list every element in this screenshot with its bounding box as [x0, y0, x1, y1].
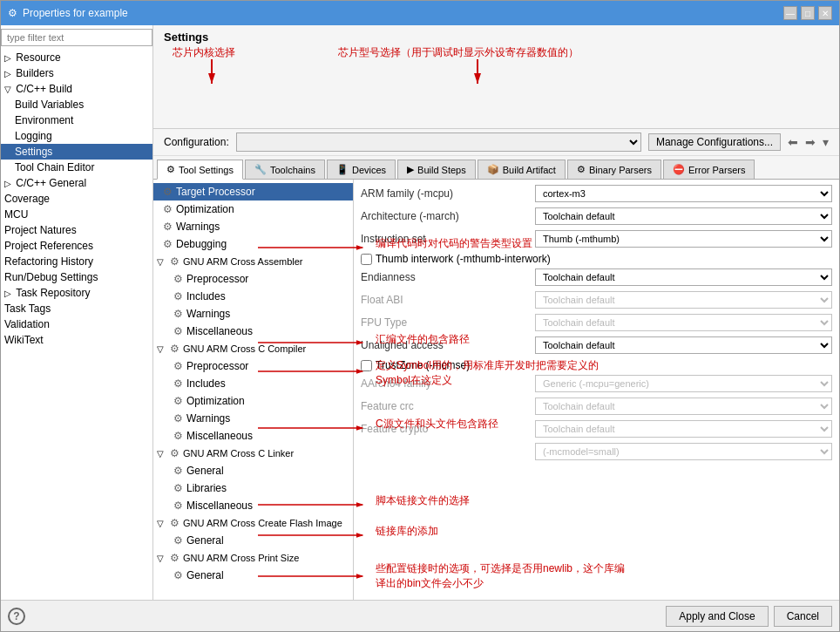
tree-item-includes-c[interactable]: ⚙ Includes [153, 375, 353, 392]
architecture-select[interactable]: Toolchain default [535, 207, 832, 225]
feature-crc-select[interactable]: Toolchain default [535, 398, 832, 415]
arm-family-select[interactable]: cortex-m3 [535, 185, 832, 202]
toolchains-icon: 🔧 [254, 164, 267, 175]
tree-item-miscellaneous-asm[interactable]: ⚙ Miscellaneous [153, 323, 353, 340]
filter-input[interactable] [1, 29, 152, 46]
c-compiler-icon: ⚙ [167, 342, 181, 356]
prop-value-float-abi: Toolchain default [532, 289, 836, 310]
assembler-icon: ⚙ [167, 255, 181, 268]
tree-item-optimization-c[interactable]: ⚙ Optimization [153, 392, 353, 410]
expand-icon: ▷ [4, 53, 13, 63]
sidebar-item-task-repository[interactable]: ▷ Task Repository [1, 285, 152, 301]
tree-item-libraries-linker[interactable]: ⚙ Libraries [153, 479, 353, 497]
tree-item-debugging[interactable]: ⚙ Debugging [153, 235, 353, 253]
help-button[interactable]: ? [8, 608, 25, 625]
sidebar-item-cpp-general[interactable]: ▷ C/C++ General [1, 175, 152, 191]
tree-item-general-linker[interactable]: ⚙ General [153, 462, 353, 479]
thumb-interwork-checkbox[interactable] [361, 254, 372, 265]
sidebar-item-run-debug-settings[interactable]: Run/Debug Settings [1, 269, 152, 285]
tab-tool-settings[interactable]: ⚙ Tool Settings [157, 160, 243, 180]
tree-item-miscellaneous-linker[interactable]: ⚙ Miscellaneous [153, 497, 353, 514]
fpu-type-select[interactable]: Toolchain default [535, 314, 832, 331]
sidebar-item-validation[interactable]: Validation [1, 316, 152, 332]
nav-back-icon[interactable]: ⬅ [788, 135, 798, 149]
sidebar-item-refactoring-history[interactable]: Refactoring History [1, 254, 152, 269]
bottom-right: Apply and Close Cancel [666, 606, 832, 627]
tree-item-gnu-arm-c-compiler[interactable]: ▽ ⚙ GNU ARM Cross C Compiler [153, 340, 353, 357]
preprocessor-c-icon: ⚙ [171, 359, 185, 373]
tree-item-warnings-c[interactable]: ⚙ Warnings [153, 410, 353, 427]
prop-row-aarch64-family: AArch64 family Generic (-mcpu=generic) [357, 373, 836, 394]
tab-error-parsers[interactable]: ⛔ Error Parsers [663, 160, 755, 179]
float-abi-select[interactable]: Toolchain default [535, 291, 832, 309]
apply-close-button[interactable]: Apply and Close [666, 606, 768, 627]
title-bar-controls: — □ ✕ [783, 6, 832, 20]
sidebar-item-settings[interactable]: Settings [1, 144, 152, 160]
c-compiler-expand-icon: ▽ [157, 344, 167, 354]
unaligned-access-select[interactable]: Toolchain default [535, 336, 832, 354]
sidebar-item-project-references[interactable]: Project References [1, 238, 152, 254]
tree-item-gnu-arm-flash[interactable]: ▽ ⚙ GNU ARM Cross Create Flash Image [153, 514, 353, 532]
sidebar-item-build-variables[interactable]: Build Variables [1, 97, 152, 112]
tree-item-warnings-asm[interactable]: ⚙ Warnings [153, 305, 353, 323]
sidebar-item-cpp-build[interactable]: ▽ C/C++ Build [1, 81, 152, 97]
minimize-button[interactable]: — [783, 6, 797, 20]
assembler-expand-icon: ▽ [157, 257, 167, 267]
tree-item-target-processor[interactable]: ⚙ Target Processor [153, 183, 353, 200]
tabs-row: ⚙ Tool Settings 🔧 Toolchains 📱 Devices ▶… [153, 156, 839, 180]
sidebar-item-task-tags[interactable]: Task Tags [1, 301, 152, 316]
sidebar-item-logging[interactable]: Logging [1, 128, 152, 144]
window-icon: ⚙ [8, 7, 17, 19]
tree-item-gnu-arm-assembler[interactable]: ▽ ⚙ GNU ARM Cross Assembler [153, 253, 353, 270]
tree-item-optimization[interactable]: ⚙ Optimization [153, 200, 353, 218]
sidebar-item-mcu[interactable]: MCU [1, 207, 152, 222]
prop-label-arm-family: ARM family (-mcpu) [357, 186, 532, 201]
manage-config-button[interactable]: Manage Configurations... [648, 133, 781, 151]
trustzone-checkbox[interactable] [361, 360, 372, 371]
tab-devices[interactable]: 📱 Devices [327, 160, 396, 179]
tree-item-miscellaneous-c[interactable]: ⚙ Miscellaneous [153, 427, 353, 445]
tab-toolchains[interactable]: 🔧 Toolchains [245, 160, 325, 179]
tree-item-preprocessor-c[interactable]: ⚙ Preprocessor [153, 357, 353, 375]
tab-build-steps[interactable]: ▶ Build Steps [397, 160, 476, 179]
sidebar-item-project-natures[interactable]: Project Natures [1, 222, 152, 238]
maximize-button[interactable]: □ [801, 6, 815, 20]
sidebar-item-environment[interactable]: Environment [1, 112, 152, 128]
sidebar-item-tool-chain-editor[interactable]: Tool Chain Editor [1, 160, 152, 175]
window-title: Properties for example [23, 7, 128, 19]
error-parsers-icon: ⛔ [673, 164, 685, 175]
settings-title: Settings [164, 31, 829, 44]
tree-item-includes-asm[interactable]: ⚙ Includes [153, 288, 353, 305]
tree-item-general-flash[interactable]: ⚙ General [153, 532, 353, 549]
prop-row-mcmodel: (-mcmodel=small) [357, 441, 836, 462]
config-select[interactable]: Debug [ Active ] [236, 133, 641, 152]
close-button[interactable]: ✕ [818, 6, 832, 20]
sidebar-item-wikitext[interactable]: WikiText [1, 332, 152, 348]
tree-item-warnings[interactable]: ⚙ Warnings [153, 218, 353, 235]
endianness-select[interactable]: Toolchain default [535, 268, 832, 286]
sidebar-item-resource[interactable]: ▷ Resource [1, 50, 152, 65]
tab-build-artifact[interactable]: 📦 Build Artifact [478, 160, 566, 179]
prop-value-unaligned-access: Toolchain default [532, 335, 836, 356]
prop-label-aarch64-family: AArch64 family [357, 376, 532, 391]
nav-forward-icon[interactable]: ➡ [805, 135, 816, 149]
tree-item-gnu-arm-c-linker[interactable]: ▽ ⚙ GNU ARM Cross C Linker [153, 445, 353, 462]
aarch64-family-select[interactable]: Generic (-mcpu=generic) [535, 375, 832, 392]
tree-item-preprocessor-asm[interactable]: ⚙ Preprocessor [153, 270, 353, 288]
prop-row-feature-crc: Feature crc Toolchain default [357, 396, 836, 417]
miscellaneous-c-icon: ⚙ [171, 429, 185, 443]
warnings-c-icon: ⚙ [171, 411, 185, 425]
tab-binary-parsers[interactable]: ⚙ Binary Parsers [567, 160, 661, 179]
prop-value-fpu-type: Toolchain default [532, 312, 836, 333]
tree-item-general-print[interactable]: ⚙ General [153, 567, 353, 584]
feature-crypto-select[interactable]: Toolchain default [535, 420, 832, 438]
tree-item-gnu-arm-print[interactable]: ▽ ⚙ GNU ARM Cross Print Size [153, 549, 353, 567]
sidebar-item-coverage[interactable]: Coverage [1, 191, 152, 207]
prop-label-feature-crypto: Feature crypto [357, 421, 532, 437]
cancel-button[interactable]: Cancel [774, 606, 832, 627]
mcmodel-select[interactable]: (-mcmodel=small) [535, 443, 832, 460]
sidebar-item-builders[interactable]: ▷ Builders [1, 65, 152, 81]
instruction-set-select[interactable]: Thumb (-mthumb) [535, 230, 832, 248]
expand-icon: ▷ [4, 69, 13, 78]
nav-menu-icon[interactable]: ▾ [823, 135, 829, 149]
